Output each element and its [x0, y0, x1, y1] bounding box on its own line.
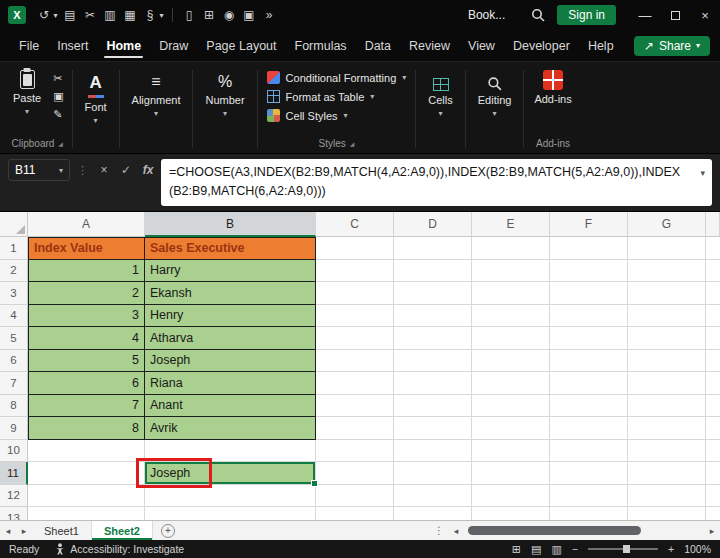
row-header-1[interactable]: 1 — [0, 237, 28, 260]
column-header-C[interactable]: C — [316, 212, 394, 237]
cell-D12[interactable] — [394, 485, 472, 508]
row-header-10[interactable]: 10 — [0, 440, 28, 463]
cell-C7[interactable] — [316, 372, 394, 395]
cell-D10[interactable] — [394, 440, 472, 463]
scissors-icon[interactable]: ✂ — [80, 8, 100, 22]
new-sheet-button[interactable]: + — [161, 524, 175, 538]
cancel-button[interactable]: × — [95, 159, 113, 181]
cell-G3[interactable] — [628, 282, 706, 305]
cell-B10[interactable] — [145, 440, 316, 463]
cell-D5[interactable] — [394, 327, 472, 350]
row-header-11[interactable]: 11 — [0, 462, 28, 485]
undo-chevron-icon[interactable]: ▾ — [51, 11, 60, 20]
tab-insert[interactable]: Insert — [48, 30, 97, 61]
cell[interactable] — [706, 260, 720, 283]
cell-G11[interactable] — [628, 462, 706, 485]
excel-logo-icon[interactable]: X — [8, 6, 26, 24]
cell[interactable] — [706, 237, 720, 260]
cell-C10[interactable] — [316, 440, 394, 463]
cell-D9[interactable] — [394, 417, 472, 440]
cell-F9[interactable] — [550, 417, 628, 440]
cell-D11[interactable] — [394, 462, 472, 485]
tab-file[interactable]: File — [10, 30, 48, 61]
row-header-6[interactable]: 6 — [0, 350, 28, 373]
paste-button[interactable]: Paste ▾ — [6, 65, 48, 121]
cell-F10[interactable] — [550, 440, 628, 463]
insert-function-button[interactable]: fx — [139, 159, 157, 181]
maximize-restore-button[interactable] — [660, 0, 690, 30]
font-button[interactable]: A Font ▾ — [76, 65, 116, 131]
copy-button[interactable]: ▣ — [53, 90, 63, 103]
format-as-table-button[interactable]: Format as Table ▾ — [267, 90, 407, 103]
cell-B1[interactable]: Sales Executive — [145, 237, 316, 260]
tab-formulas[interactable]: Formulas — [286, 30, 356, 61]
cell-B7[interactable]: Riana — [145, 372, 316, 395]
cell-G4[interactable] — [628, 305, 706, 328]
search-icon[interactable] — [531, 8, 545, 22]
calculator-icon[interactable]: ▦ — [120, 8, 140, 22]
minimize-button[interactable]: — — [630, 0, 660, 30]
dialog-launcher-icon[interactable]: ◢ — [58, 140, 63, 147]
tab-home[interactable]: Home — [97, 30, 150, 61]
cell-F5[interactable] — [550, 327, 628, 350]
formula-input[interactable]: =CHOOSE(A3,INDEX(B2:B9,MATCH(4,A2:A9,0))… — [161, 159, 712, 206]
formula-bar-expand-icon[interactable]: ▾ — [700, 164, 705, 183]
cell-B11-active[interactable]: Joseph — [145, 462, 316, 485]
column-header-B[interactable]: B — [145, 212, 316, 237]
cell[interactable] — [706, 395, 720, 418]
cell-A10[interactable] — [28, 440, 145, 463]
editing-button[interactable]: Editing ▾ — [469, 65, 521, 124]
scroll-right-icon[interactable]: ▸ — [704, 526, 720, 536]
cell-F7[interactable] — [550, 372, 628, 395]
cell-D7[interactable] — [394, 372, 472, 395]
conditional-formatting-button[interactable]: Conditional Formatting ▾ — [267, 71, 407, 84]
cell-A6[interactable]: 5 — [28, 350, 145, 373]
cell-F12[interactable] — [550, 485, 628, 508]
horizontal-scrollbar[interactable]: ◂ ▸ — [448, 521, 720, 540]
table-icon[interactable]: ▣ — [239, 8, 259, 22]
cell-E12[interactable] — [472, 485, 550, 508]
cell-F6[interactable] — [550, 350, 628, 373]
cell-C12[interactable] — [316, 485, 394, 508]
scrollbar-thumb[interactable] — [468, 526, 641, 535]
cell-B5[interactable]: Atharva — [145, 327, 316, 350]
cell-C2[interactable] — [316, 260, 394, 283]
chevron-down-icon[interactable]: ▾ — [157, 11, 166, 20]
cell-F4[interactable] — [550, 305, 628, 328]
cell-C13[interactable] — [316, 507, 394, 520]
normal-view-icon[interactable]: ⊞ — [512, 543, 521, 556]
cell-G10[interactable] — [628, 440, 706, 463]
tab-scrollbar-divider[interactable]: ⋮ — [430, 525, 448, 536]
grid-icon[interactable]: ⊞ — [199, 8, 219, 22]
cell-A9[interactable]: 8 — [28, 417, 145, 440]
cell-E9[interactable] — [472, 417, 550, 440]
cell-F13[interactable] — [550, 507, 628, 520]
cell-D4[interactable] — [394, 305, 472, 328]
cells-button[interactable]: Cells ▾ — [419, 65, 461, 124]
addins-button[interactable]: Add-ins — [527, 65, 578, 110]
cell-A11[interactable] — [28, 462, 145, 485]
cell-G13[interactable] — [628, 507, 706, 520]
cell-E3[interactable] — [472, 282, 550, 305]
cell-A1[interactable]: Index Value — [28, 237, 145, 260]
tab-draw[interactable]: Draw — [150, 30, 197, 61]
cell-E6[interactable] — [472, 350, 550, 373]
cell-G7[interactable] — [628, 372, 706, 395]
cell-D3[interactable] — [394, 282, 472, 305]
row-header-9[interactable]: 9 — [0, 417, 28, 440]
cell-F8[interactable] — [550, 395, 628, 418]
zoom-in-button[interactable]: + — [668, 543, 674, 555]
sheet-tab-sheet1[interactable]: Sheet1 — [32, 521, 92, 540]
dialog-launcher-icon[interactable]: ◢ — [350, 140, 355, 147]
cell[interactable] — [706, 462, 720, 485]
cell-E7[interactable] — [472, 372, 550, 395]
clipboard-icon[interactable]: ▤ — [60, 8, 80, 22]
cell-D6[interactable] — [394, 350, 472, 373]
cell-B8[interactable]: Anant — [145, 395, 316, 418]
zoom-level[interactable]: 100% — [684, 543, 711, 555]
column-header-partial[interactable] — [706, 212, 720, 237]
tab-view[interactable]: View — [459, 30, 504, 61]
document-icon[interactable]: ▯ — [179, 8, 199, 22]
close-button[interactable]: × — [690, 0, 720, 30]
cell[interactable] — [706, 282, 720, 305]
